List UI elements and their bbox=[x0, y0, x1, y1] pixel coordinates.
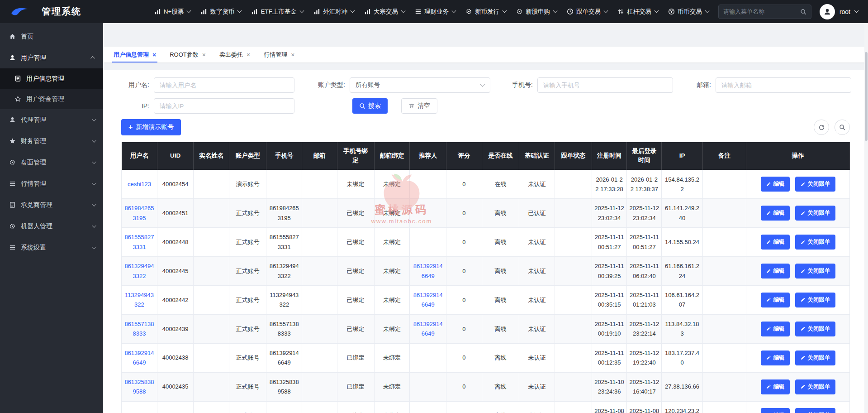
account-type-selected-value: 所有账号 bbox=[356, 81, 380, 89]
close-follow-button[interactable]: 关闭跟单 bbox=[795, 177, 835, 192]
username-link[interactable]: 8613258389588 bbox=[124, 379, 154, 395]
add-demo-account-button[interactable]: + 新增演示账号 bbox=[121, 119, 181, 135]
close-follow-button[interactable]: 关闭跟单 bbox=[795, 293, 835, 307]
clear-button[interactable]: 清空 bbox=[401, 98, 437, 114]
sidebar-item-user-funds-mgmt[interactable]: 用户资金管理 bbox=[0, 89, 103, 109]
edit-button[interactable]: 编辑 bbox=[761, 264, 790, 279]
vertical-scrollbar[interactable] bbox=[864, 23, 868, 413]
sidebar-item-user-info-mgmt[interactable]: 用户信息管理 bbox=[0, 68, 103, 89]
scrollbar-thumb[interactable] bbox=[865, 52, 868, 141]
topnav-menu-new-coin-issue[interactable]: 新币发行 bbox=[460, 0, 511, 23]
username-link[interactable]: 8613929146649 bbox=[124, 350, 154, 366]
username-link[interactable]: 8615558273331 bbox=[124, 234, 154, 250]
sidebar-item-robot-mgmt[interactable]: 机器人管理 bbox=[0, 216, 103, 237]
topnav-menu-block-trade[interactable]: 大宗交易 bbox=[359, 0, 410, 23]
close-follow-button[interactable]: 关闭跟单 bbox=[795, 379, 835, 394]
cell-ip: 113.84.32.183 bbox=[662, 314, 702, 343]
sidebar-item-system-settings[interactable]: 系统设置 bbox=[0, 237, 103, 258]
chart-icon bbox=[200, 8, 207, 15]
filter-row-1: 用户名: 账户类型: 所有账号 手机号: 邮箱: bbox=[121, 77, 850, 93]
close-follow-button[interactable]: 关闭跟单 bbox=[795, 235, 835, 250]
username-link[interactable]: 8619842653195 bbox=[124, 205, 154, 221]
cell-score: 0 bbox=[446, 286, 482, 315]
referrer-link[interactable]: 8613929146649 bbox=[413, 263, 443, 279]
cell-email bbox=[302, 228, 337, 257]
sidebar-item-user-mgmt[interactable]: 用户管理 bbox=[0, 47, 103, 68]
cell-follow-status bbox=[555, 257, 592, 286]
close-follow-button[interactable]: 关闭跟单 bbox=[795, 351, 835, 365]
close-follow-button[interactable]: 关闭跟单 bbox=[795, 322, 835, 336]
edit-button[interactable]: 编辑 bbox=[761, 408, 790, 413]
tab-user-info[interactable]: 用户信息管理× bbox=[107, 47, 163, 62]
phone-filter-input[interactable] bbox=[537, 77, 673, 93]
edit-button[interactable]: 编辑 bbox=[761, 293, 790, 307]
cell-email bbox=[302, 314, 337, 343]
tab-close-icon[interactable]: × bbox=[152, 52, 156, 58]
topnav-menu-forex-hedge[interactable]: 外汇对冲 bbox=[308, 0, 359, 23]
tab-close-icon[interactable]: × bbox=[202, 52, 206, 58]
edit-button[interactable]: 编辑 bbox=[761, 322, 790, 336]
column-header: UID bbox=[157, 142, 194, 170]
column-header: 邮箱绑定 bbox=[374, 142, 410, 170]
cell-actions: 编辑关闭跟单 bbox=[746, 286, 850, 315]
cell-last-login: 2025-11-08 02:16:46 bbox=[627, 401, 662, 413]
cell-follow-status bbox=[555, 170, 592, 199]
user-menu[interactable]: root bbox=[840, 8, 858, 15]
topnav-menu-etf-fund[interactable]: ETF上市基金 bbox=[246, 0, 308, 23]
username-link[interactable]: ceshi123 bbox=[128, 181, 151, 187]
topnav-menu-ipo-subscribe[interactable]: 新股申购 bbox=[511, 0, 562, 23]
edit-button[interactable]: 编辑 bbox=[761, 351, 790, 365]
menu-search-input[interactable] bbox=[723, 8, 800, 15]
pencil-icon bbox=[800, 326, 806, 331]
column-header: 账户类型 bbox=[229, 142, 266, 170]
close-follow-button[interactable]: 关闭跟单 bbox=[795, 264, 835, 279]
column-search-button[interactable] bbox=[835, 120, 850, 135]
refresh-button[interactable] bbox=[814, 120, 829, 135]
ip-filter-input[interactable] bbox=[154, 98, 294, 114]
username-link[interactable]: 8615571388333 bbox=[124, 321, 154, 337]
topnav-menu-n-stocks[interactable]: N+股票 bbox=[149, 0, 196, 23]
close-follow-button[interactable]: 关闭跟单 bbox=[795, 206, 835, 221]
topnav-menu-copy-trade[interactable]: 跟单交易 bbox=[562, 0, 612, 23]
topnav-menu-leverage-trade[interactable]: 杠杆交易 bbox=[612, 0, 663, 23]
sidebar-item-board-mgmt[interactable]: 盘面管理 bbox=[0, 152, 103, 173]
sidebar-item-acceptor-mgmt[interactable]: 承兑商管理 bbox=[0, 194, 103, 216]
topnav-menu-digital-currency[interactable]: 数字货币 bbox=[195, 0, 246, 23]
edit-button[interactable]: 编辑 bbox=[761, 177, 790, 192]
username-filter-input[interactable] bbox=[154, 77, 294, 93]
chart-icon bbox=[313, 8, 320, 15]
cell-score: 0 bbox=[446, 257, 482, 286]
close-follow-button[interactable]: 关闭跟单 bbox=[795, 408, 835, 413]
chevron-down-icon bbox=[502, 9, 507, 13]
account-type-select[interactable]: 所有账号 bbox=[350, 77, 490, 93]
search-icon bbox=[359, 103, 365, 109]
sidebar-item-finance-mgmt[interactable]: 财务管理 bbox=[0, 130, 103, 152]
cell-ip: 61.141.249.240 bbox=[662, 199, 702, 228]
username-link[interactable]: 113294943322 bbox=[125, 292, 154, 308]
email-filter-input[interactable] bbox=[716, 77, 851, 93]
tab-close-icon[interactable]: × bbox=[291, 52, 294, 58]
edit-button[interactable]: 编辑 bbox=[761, 206, 790, 221]
tab-sell-orders[interactable]: 卖出委托× bbox=[213, 47, 257, 62]
topnav-menu-wealth-business[interactable]: 理财业务 bbox=[410, 0, 460, 23]
search-button[interactable]: 搜索 bbox=[352, 98, 388, 114]
sidebar-item-home[interactable]: 首页 bbox=[0, 26, 103, 47]
topnav-menu-coin-trade[interactable]: 币币交易 bbox=[663, 0, 714, 23]
avatar[interactable] bbox=[820, 4, 835, 19]
table-row: 8613258389588 40002435 正式账号 861325838958… bbox=[122, 372, 850, 401]
referrer-link[interactable]: 8613929146649 bbox=[413, 292, 443, 308]
sidebar-item-agent-mgmt[interactable]: 代理管理 bbox=[0, 109, 103, 130]
tab-root-params[interactable]: ROOT参数× bbox=[163, 47, 213, 62]
cell-score: 0 bbox=[446, 314, 482, 343]
tab-close-icon[interactable]: × bbox=[247, 52, 250, 58]
chevron-down-icon bbox=[480, 82, 485, 86]
referrer-link[interactable]: 8613929146649 bbox=[413, 321, 443, 337]
username-link[interactable]: 8613294943322 bbox=[124, 263, 154, 279]
sidebar-item-quotes-mgmt[interactable]: 行情管理 bbox=[0, 173, 103, 194]
close-follow-button-label: 关闭跟单 bbox=[808, 180, 830, 188]
tab-quotes[interactable]: 行情管理× bbox=[257, 47, 301, 62]
cell-account-type: 正式账号 bbox=[229, 372, 266, 401]
edit-button[interactable]: 编辑 bbox=[761, 379, 790, 394]
cell-referrer bbox=[410, 343, 446, 372]
edit-button[interactable]: 编辑 bbox=[761, 235, 790, 250]
